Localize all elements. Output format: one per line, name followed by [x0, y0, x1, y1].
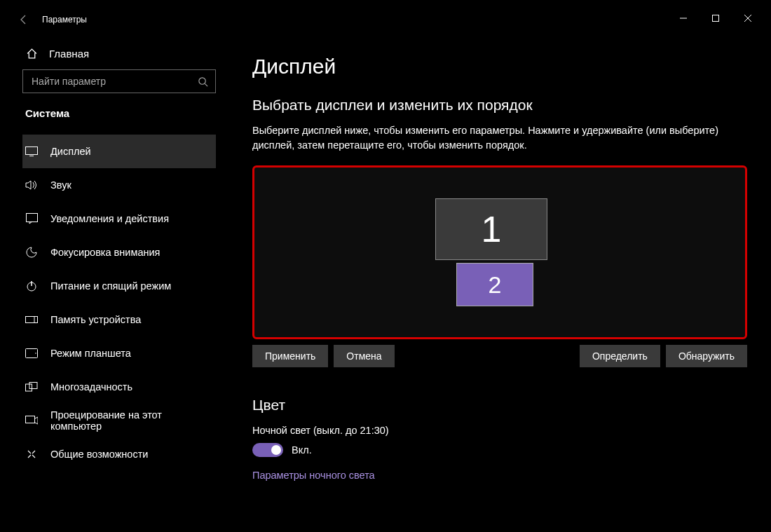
arrange-title: Выбрать дисплеи и изменить их порядок — [252, 97, 747, 114]
sidebar-item-label: Звук — [50, 179, 71, 191]
sidebar-item-focus[interactable]: Фокусировка внимания — [22, 236, 216, 269]
sidebar-item-label: Фокусировка внимания — [50, 247, 160, 258]
color-section: Цвет Ночной свет (выкл. до 21:30) Вкл. П… — [252, 397, 747, 481]
monitor-number: 2 — [489, 271, 502, 299]
search-input[interactable] — [32, 76, 198, 87]
identify-button[interactable]: Определить — [580, 345, 660, 367]
sidebar-item-sound[interactable]: Звук — [22, 168, 216, 202]
minimize-button[interactable] — [667, 7, 700, 29]
sidebar: Главная Система Дисплей Звук — [7, 32, 231, 525]
window-controls — [667, 7, 764, 29]
toggle-state-label: Вкл. — [292, 444, 312, 456]
sidebar-item-label: Уведомления и действия — [50, 213, 169, 224]
sidebar-item-label: Память устройства — [50, 314, 141, 325]
settings-window: Параметры Главная — [7, 7, 764, 525]
sidebar-item-project[interactable]: Проецирование на этот компьютер — [22, 404, 216, 437]
sidebar-item-label: Общие возможности — [50, 449, 148, 460]
svg-rect-15 — [26, 416, 35, 423]
window-title: Параметры — [42, 15, 87, 25]
maximize-button[interactable] — [700, 7, 732, 29]
notifications-icon — [25, 213, 38, 224]
sidebar-item-display[interactable]: Дисплей — [22, 135, 216, 168]
svg-rect-13 — [26, 384, 32, 391]
svg-point-12 — [35, 353, 36, 354]
home-label: Главная — [49, 48, 89, 60]
sidebar-item-label: Многозадачность — [50, 381, 132, 393]
sidebar-item-tablet[interactable]: Режим планшета — [22, 336, 216, 370]
sidebar-item-label: Режим планшета — [50, 348, 131, 359]
svg-line-3 — [205, 83, 207, 86]
display-arrangement-area[interactable]: 1 2 — [252, 165, 747, 339]
monitor-number: 1 — [482, 208, 502, 250]
power-icon — [25, 280, 38, 292]
sound-icon — [25, 179, 38, 191]
nav-list: Дисплей Звук Уведомления и действия Фоку… — [22, 135, 216, 471]
sidebar-item-power[interactable]: Питание и спящий режим — [22, 269, 216, 303]
sidebar-item-shared[interactable]: Общие возможности — [22, 437, 216, 471]
multitask-icon — [25, 382, 38, 392]
project-icon — [25, 416, 38, 425]
tablet-icon — [25, 348, 38, 358]
svg-rect-4 — [26, 147, 38, 155]
monitor-2[interactable]: 2 — [456, 263, 533, 306]
search-icon — [198, 76, 208, 87]
apply-button[interactable]: Применить — [252, 345, 328, 367]
svg-rect-14 — [29, 383, 37, 389]
sidebar-item-notifications[interactable]: Уведомления и действия — [22, 202, 216, 236]
sidebar-item-storage[interactable]: Память устройства — [22, 303, 216, 336]
detect-button[interactable]: Обнаружить — [666, 345, 747, 367]
sidebar-item-label: Проецирование на этот компьютер — [50, 409, 216, 432]
night-light-label: Ночной свет (выкл. до 21:30) — [252, 425, 747, 436]
svg-rect-1 — [713, 15, 719, 22]
search-box[interactable] — [22, 69, 216, 93]
focus-icon — [25, 247, 38, 258]
home-icon — [25, 48, 38, 60]
back-button[interactable] — [10, 7, 38, 32]
toggle-knob — [271, 445, 281, 455]
svg-rect-6 — [26, 214, 37, 222]
display-icon — [25, 146, 38, 156]
monitor-1[interactable]: 1 — [435, 198, 547, 260]
svg-point-2 — [199, 77, 205, 83]
page-title: Дисплей — [252, 55, 747, 79]
arrange-buttons: Применить Отмена Определить Обнаружить — [252, 345, 747, 367]
sidebar-item-multitask[interactable]: Многозадачность — [22, 370, 216, 404]
content-area: Дисплей Выбрать дисплеи и изменить их по… — [231, 32, 764, 525]
sidebar-item-label: Питание и спящий режим — [50, 280, 171, 292]
arrange-description: Выберите дисплей ниже, чтобы изменить ег… — [252, 123, 729, 153]
close-button[interactable] — [732, 7, 764, 29]
night-light-settings-link[interactable]: Параметры ночного света — [252, 470, 747, 481]
shared-icon — [25, 449, 38, 460]
toggle-switch[interactable] — [252, 443, 283, 457]
sidebar-item-label: Дисплей — [50, 146, 91, 157]
night-light-toggle[interactable]: Вкл. — [252, 443, 747, 457]
cancel-button[interactable]: Отмена — [334, 345, 394, 367]
titlebar: Параметры — [7, 7, 764, 32]
svg-rect-9 — [26, 317, 38, 323]
home-button[interactable]: Главная — [22, 42, 216, 69]
storage-icon — [25, 316, 38, 323]
section-label: Система — [22, 107, 216, 119]
color-title: Цвет — [252, 397, 747, 414]
